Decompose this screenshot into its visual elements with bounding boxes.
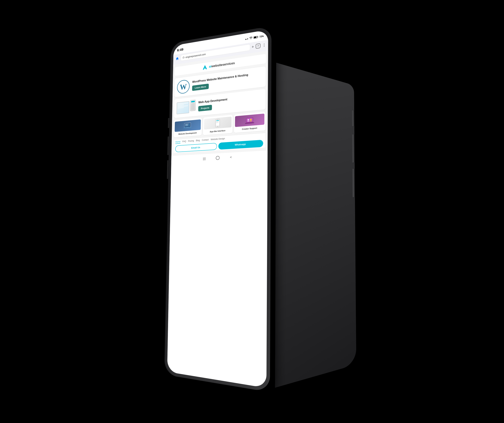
wifi-icon (249, 36, 252, 40)
signal-icon: ▲● (245, 37, 248, 40)
logo-text: aiaiwebsiteserviceswebsiteservices (209, 61, 235, 68)
mini-card-website[interactable]: Website Development (174, 117, 202, 137)
mini-card-app[interactable]: App-like Interface (203, 115, 233, 135)
battery-icon (254, 36, 258, 39)
website-content: aiaiwebsiteserviceswebsiteservices W Wor… (171, 50, 268, 156)
whatsapp-button[interactable]: Whatsapp (218, 140, 263, 150)
logo-ai: ai (209, 64, 211, 68)
side-button-r2 (352, 134, 354, 163)
email-us-button[interactable]: Email Us (175, 143, 217, 152)
ph-mock-header (191, 101, 195, 102)
wordpress-info: WordPress Website Maintenance & Hosting … (192, 73, 248, 91)
tab-count[interactable]: 7 (256, 43, 260, 49)
recent-apps-button[interactable]: ||| (203, 157, 206, 160)
browser-home-button[interactable] (175, 56, 180, 61)
app-interface-label: App-like Interface (204, 129, 232, 133)
menu-button[interactable]: ⋮ (262, 43, 266, 47)
app-interface-image (204, 116, 232, 129)
phone-mockup-icon (215, 119, 220, 127)
phone-scene: 6:49 ▲● 72% (156, 10, 366, 423)
svg-marker-4 (203, 65, 207, 69)
new-tab-button[interactable]: + (252, 44, 254, 49)
phone-stand (275, 63, 356, 388)
refresh-icon (182, 56, 185, 59)
creator-icon (245, 116, 254, 124)
projects-button[interactable]: Projects (198, 105, 212, 111)
screen-lines (177, 101, 189, 114)
nav-blog[interactable]: Blog (196, 139, 200, 142)
status-icons: ▲● 72% (245, 34, 264, 41)
website-dev-label: Website Development (175, 131, 201, 136)
status-time: 6:49 (177, 47, 183, 52)
screen-inner: 6:49 ▲● 72% (167, 30, 268, 388)
wordpress-icon: W (177, 79, 190, 94)
webapp-title: Web App Development (198, 98, 228, 104)
creator-support-label: Creator Support (235, 126, 264, 131)
nav-faq[interactable]: FAQ (182, 140, 186, 143)
mock-line-4 (178, 107, 184, 108)
mockup-desktop-screen (176, 101, 189, 114)
mock-line-1 (178, 103, 188, 104)
nav-home[interactable]: Home (175, 140, 180, 144)
nav-website-design[interactable]: Website Design (211, 137, 225, 141)
back-button[interactable]: < (230, 155, 232, 159)
laptop-icon (183, 122, 192, 129)
webapp-info: Web App Development Projects (198, 98, 228, 111)
phone-screen: 6:49 ▲● 72% (164, 26, 271, 392)
browser-actions: + 7 ⋮ (252, 43, 266, 49)
home-button[interactable] (216, 156, 220, 160)
website-dev-image (175, 119, 201, 132)
mockup-phone-small (190, 99, 196, 111)
mini-card-creator[interactable]: Creator Support (234, 111, 265, 133)
creator-content (235, 114, 264, 127)
ph-mock-body (191, 103, 195, 110)
phone-screen-content (190, 100, 195, 111)
mock-line-2 (178, 104, 184, 106)
nav-pricing[interactable]: Pricing (188, 139, 194, 143)
nav-contact[interactable]: Contact (202, 139, 209, 142)
power-button (352, 110, 354, 126)
wordpress-title: WordPress Website Maintenance & Hosting (192, 73, 248, 84)
side-button-r3 (352, 169, 354, 197)
learn-more-button[interactable]: Learn More (192, 83, 209, 91)
battery-percent: 72% (259, 35, 264, 38)
creator-support-image (235, 114, 264, 127)
webapp-mockup (176, 99, 196, 115)
logo-icon (202, 64, 208, 70)
